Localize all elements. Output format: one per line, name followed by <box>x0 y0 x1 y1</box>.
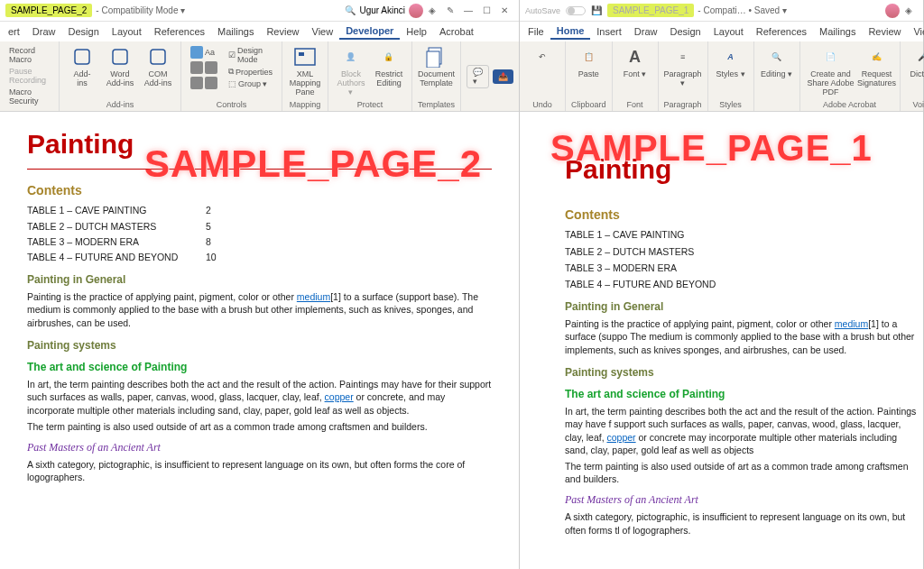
doc-title-tag: SAMPLE_PAGE_2 <box>5 4 92 17</box>
adobe-create[interactable]: 📄Create and Share Adobe PDF <box>806 45 856 97</box>
menu-home[interactable]: Home <box>550 23 591 40</box>
share-button[interactable]: 📤 <box>493 69 513 84</box>
copper-link[interactable]: copper <box>325 391 354 402</box>
medium-link[interactable]: medium <box>297 291 330 302</box>
ribbon-left: Record Macro Pause Recording Macro Secur… <box>0 41 519 112</box>
copper-link-r[interactable]: copper <box>607 432 636 443</box>
font-btn[interactable]: AFont ▾ <box>618 45 652 79</box>
autosave-label: AutoSave <box>525 6 560 15</box>
close-icon[interactable]: ✕ <box>495 3 513 19</box>
h-past: Past Masters of an Ancient Art <box>27 440 492 454</box>
ribbon-right: ↶ Undo 📋Paste Clipboard AFont ▾ Font ≡Pa… <box>520 41 923 112</box>
paragraph-icon: ≡ <box>671 45 695 69</box>
menu-developer[interactable]: Developer <box>339 23 400 40</box>
p-sixth-r: A sixth category, pictographic, is insuf… <box>565 510 919 536</box>
toc-row[interactable]: TABLE 2 – DUTCH MASTERS <box>565 245 919 258</box>
maximize-icon[interactable]: ☐ <box>477 3 495 19</box>
addin-btn[interactable]: Add-ins <box>65 45 99 88</box>
diamond-icon-r[interactable]: ◈ <box>900 3 918 19</box>
doc-area-left[interactable]: SAMPLE_PAGE_2 Painting Contents TABLE 1 … <box>0 112 519 569</box>
addin-icon <box>108 45 132 69</box>
menu-mailings[interactable]: Mailings <box>211 24 260 39</box>
menu-review[interactable]: Review <box>862 24 907 39</box>
toc-row[interactable]: TABLE 2 – DUTCH MASTERS5 <box>27 220 492 233</box>
menu-help[interactable]: Help <box>400 24 433 39</box>
paste-icon: 📋 <box>577 45 600 69</box>
toc-row[interactable]: TABLE 1 – CAVE PAINTING2 <box>27 204 492 216</box>
design-mode[interactable]: ☑ Design Mode <box>225 45 276 65</box>
menu-file[interactable]: File <box>522 24 550 39</box>
pen-icon[interactable]: ✎ <box>441 3 459 19</box>
compat-mode-r[interactable]: - Compati… • Saved ▾ <box>698 5 787 15</box>
save-icon[interactable]: 💾 <box>591 5 602 15</box>
mic-icon: 🎤 <box>911 45 924 69</box>
toc-row[interactable]: TABLE 4 – FUTURE AND BEYOND10 <box>27 251 492 263</box>
minimize-icon[interactable]: — <box>459 3 477 19</box>
record-macro[interactable]: Record Macro <box>5 45 53 65</box>
menu-view[interactable]: View <box>907 24 924 39</box>
menu-mailings[interactable]: Mailings <box>813 24 862 39</box>
toc-row[interactable]: TABLE 3 – MODERN ERA <box>565 262 919 274</box>
menu-references[interactable]: References <box>148 24 211 39</box>
svg-rect-3 <box>295 49 315 65</box>
voice-label: Voice <box>913 100 924 109</box>
compat-mode[interactable]: - Compatibility Mode ▾ <box>96 5 185 15</box>
toc-row[interactable]: TABLE 3 – MODERN ERA8 <box>27 235 492 248</box>
adobe-label: Adobe Acrobat <box>823 100 876 109</box>
menu-references[interactable]: References <box>750 24 813 39</box>
pause-recording: Pause Recording <box>5 66 53 86</box>
undo-btn[interactable]: ↶ <box>525 45 559 69</box>
addin-btn[interactable]: COMAdd-ins <box>141 45 175 88</box>
menu-ert[interactable]: ert <box>2 24 26 39</box>
restrict-editing[interactable]: 🔒Restrict Editing <box>372 45 406 88</box>
h-art: The art and science of Painting <box>27 360 492 374</box>
lock-icon: 🔒 <box>377 45 401 69</box>
medium-link-r[interactable]: medium <box>835 318 868 329</box>
dictate-btn[interactable]: 🎤Dictate <box>906 45 924 79</box>
menu-layout[interactable]: Layout <box>707 24 750 39</box>
titlebar-right: AutoSave 💾 SAMPLE_PAGE_1 - Compati… • Sa… <box>520 0 923 22</box>
avatar-r[interactable] <box>885 4 900 18</box>
clipboard-label: Clipboard <box>571 100 606 109</box>
autosave-toggle[interactable] <box>566 6 586 15</box>
menu-draw[interactable]: Draw <box>26 24 62 39</box>
doc-page-left: Painting Contents TABLE 1 – CAVE PAINTIN… <box>0 112 519 569</box>
adobe-sig-icon: ✍ <box>865 45 889 69</box>
adobe-sig[interactable]: ✍Request Signatures <box>860 45 894 88</box>
h-general: Painting in General <box>27 272 492 287</box>
addin-btn[interactable]: WordAdd-ins <box>103 45 137 88</box>
doc-area-right[interactable]: SAMPLE_PAGE_1 Painting Contents TABLE 1 … <box>520 112 923 569</box>
doc-template[interactable]: Document Template <box>419 45 453 88</box>
styles-btn[interactable]: AStyles ▾ <box>714 45 748 79</box>
diamond-icon[interactable]: ◈ <box>423 3 441 19</box>
h-general-r: Painting in General <box>565 299 919 314</box>
p-art-r: In art, the term painting describes both… <box>565 405 919 456</box>
menu-draw[interactable]: Draw <box>628 24 664 39</box>
menu-acrobat[interactable]: Acrobat <box>433 24 480 39</box>
toc-row[interactable]: TABLE 4 – FUTURE AND BEYOND <box>565 278 919 290</box>
xml-mapping[interactable]: XML Mapping Pane <box>288 45 322 97</box>
menu-insert[interactable]: Insert <box>590 24 628 39</box>
search-icon[interactable]: 🔍 <box>341 3 359 19</box>
paragraph-btn[interactable]: ≡Paragraph ▾ <box>666 45 700 88</box>
menu-review[interactable]: Review <box>260 24 305 39</box>
h-art-r: The art and science of Painting <box>565 387 919 401</box>
macro-security[interactable]: Macro Security <box>5 87 53 106</box>
editing-btn[interactable]: 🔍Editing ▾ <box>760 45 794 79</box>
doc-title-tag-r: SAMPLE_PAGE_1 <box>607 4 694 17</box>
avatar <box>409 4 423 18</box>
paste-btn[interactable]: 📋Paste <box>571 45 605 79</box>
menu-design[interactable]: Design <box>663 24 707 39</box>
user-area[interactable]: Ugur Akinci <box>359 4 423 18</box>
mapping-label: Mapping <box>290 100 321 109</box>
h-systems: Painting systems <box>27 338 492 353</box>
toc-row[interactable]: TABLE 1 – CAVE PAINTING <box>565 228 919 241</box>
menu-design[interactable]: Design <box>62 24 106 39</box>
undo-icon: ↶ <box>531 45 554 69</box>
window-right: AutoSave 💾 SAMPLE_PAGE_1 - Compati… • Sa… <box>520 0 924 569</box>
menu-layout[interactable]: Layout <box>106 24 148 39</box>
properties[interactable]: ⧉ Properties <box>225 66 276 78</box>
menu-view[interactable]: View <box>306 24 340 39</box>
comments-icon[interactable]: 💬 ▾ <box>467 65 489 88</box>
group[interactable]: ⬚ Group ▾ <box>225 78 272 89</box>
